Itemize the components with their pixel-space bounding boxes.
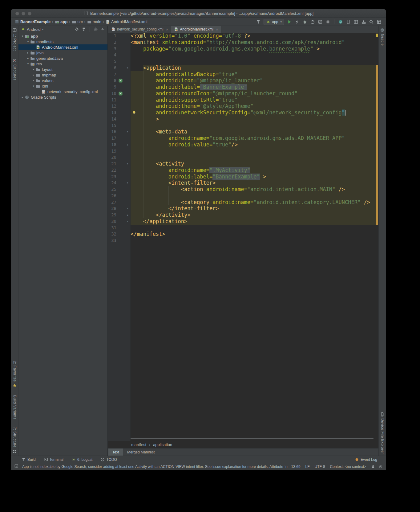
code-text[interactable]: </manifest> xyxy=(131,231,376,237)
tree-item-network-security-config-xml[interactable]: network_security_config.xml xyxy=(18,89,107,94)
stop-icon[interactable] xyxy=(325,19,330,24)
code-text[interactable]: package="com.google.android.gms.example.… xyxy=(131,46,376,52)
code-text[interactable]: android:networkSecurityConfig="@xml/netw… xyxy=(131,109,376,116)
launcher-icon[interactable] xyxy=(118,91,123,96)
toolwindow-button-1-project[interactable]: 1: Project xyxy=(12,28,17,51)
fold-end-icon[interactable]: ▴ xyxy=(124,141,131,148)
code-text[interactable]: <action android:name="android.intent.act… xyxy=(131,186,376,193)
tree-item-manifests[interactable]: ▾manifests xyxy=(18,39,107,44)
toolwindow-button-build[interactable]: Build xyxy=(22,457,36,462)
chevron-down-icon[interactable]: ▾ xyxy=(26,62,30,65)
launcher-icon[interactable] xyxy=(118,78,123,83)
breadcrumb-item-src[interactable]: src xyxy=(72,19,83,24)
toolwindow-button-captures[interactable]: Captures xyxy=(12,58,17,80)
code-text[interactable]: android:label="BannerExample" > xyxy=(131,174,376,180)
error-stripe[interactable] xyxy=(376,33,378,441)
line-separator[interactable]: LF xyxy=(305,465,310,469)
code-text[interactable]: </application> xyxy=(131,218,376,225)
settings-gear-icon[interactable] xyxy=(94,27,98,31)
bulb-icon[interactable] xyxy=(132,110,136,115)
toolwindow-button-build-variants[interactable]: Build Variants xyxy=(13,395,17,420)
inspection-status-marker[interactable] xyxy=(376,34,378,37)
fold-open-icon[interactable]: ▾ xyxy=(124,65,131,71)
fold-end-icon[interactable]: ▴ xyxy=(124,212,131,218)
code-text[interactable]: <intent-filter> xyxy=(131,180,376,186)
code-text[interactable] xyxy=(131,193,376,199)
indicator-icon[interactable] xyxy=(378,465,383,469)
fold-end-icon[interactable]: ▴ xyxy=(124,205,131,212)
code-text[interactable]: <category android:name="android.intent.c… xyxy=(131,199,376,206)
tree-item-xml[interactable]: ▾xml xyxy=(18,83,107,89)
code-text[interactable]: android:name="com.google.android.gms.ads… xyxy=(131,135,376,141)
avd-manager-icon[interactable] xyxy=(346,19,351,24)
locate-icon[interactable] xyxy=(75,27,79,31)
toolwindow-button-7-structure[interactable]: 7: Structure xyxy=(12,427,17,454)
tree-item-androidmanifest-xml[interactable]: AndroidManifest.xml xyxy=(18,44,107,50)
fold-end-icon[interactable]: ▴ xyxy=(124,218,131,225)
code-text[interactable]: android:label="BannerExample" xyxy=(131,84,376,90)
toolwindow-button-6-logcat[interactable]: 6: Logcat xyxy=(71,457,92,462)
search-icon[interactable] xyxy=(369,19,374,24)
launcher-icon[interactable] xyxy=(116,77,124,84)
tree-item-gradle-scripts[interactable]: ▸Gradle Scripts xyxy=(18,94,107,100)
chevron-right-icon[interactable]: ▸ xyxy=(31,73,36,76)
code-text[interactable]: </intent-filter> xyxy=(131,205,376,212)
hide-panel-icon[interactable] xyxy=(101,27,105,31)
close-window-button[interactable] xyxy=(15,12,19,15)
chevron-right-icon[interactable]: ▸ xyxy=(26,57,30,60)
caret-position[interactable]: 13:69 xyxy=(291,465,301,469)
toolwindow-grid-icon[interactable] xyxy=(14,464,18,468)
lock-icon[interactable] xyxy=(371,465,375,469)
project-view-selector[interactable]: Android ▾ xyxy=(27,27,43,32)
tree-item-res[interactable]: ▾res xyxy=(18,61,107,67)
code-text[interactable]: android:icon="@mipmap/ic_launcher" xyxy=(131,77,376,84)
toolwindow-button-device-file-explorer[interactable]: Device File Explorer xyxy=(380,412,385,454)
tree-item-app[interactable]: ▾app xyxy=(18,33,107,39)
chevron-right-icon[interactable]: ▸ xyxy=(20,96,25,99)
toolwindow-button-2-favorites[interactable]: 2: Favorites xyxy=(12,361,17,388)
view-tab-merged-manifest[interactable]: Merged Manifest xyxy=(123,449,159,456)
file-encoding[interactable]: UTF-8 xyxy=(315,465,325,469)
fold-open-icon[interactable]: ▾ xyxy=(124,180,131,186)
debug-icon[interactable] xyxy=(302,19,307,24)
fold-open-icon[interactable]: ▾ xyxy=(124,129,131,135)
gradle-sync-icon[interactable] xyxy=(338,19,343,24)
launcher-icon[interactable] xyxy=(116,90,124,97)
attach-profiler-icon[interactable] xyxy=(318,19,323,24)
tree-item-values[interactable]: ▸values xyxy=(18,78,107,83)
chevron-right-icon[interactable]: ▸ xyxy=(31,68,36,71)
tree-item-mipmap[interactable]: ▸mipmap xyxy=(18,72,107,78)
horizontal-scrollbar[interactable] xyxy=(131,437,376,440)
breadcrumb-item-androidmanifest-xml[interactable]: AndroidManifest.xml xyxy=(106,19,147,24)
fold-open-icon[interactable]: ▾ xyxy=(124,161,131,167)
code-text[interactable]: > xyxy=(131,116,376,122)
breadcrumb-item-bannerexample[interactable]: BannerExample xyxy=(15,19,50,24)
code-text[interactable] xyxy=(131,52,376,58)
hammer-icon[interactable] xyxy=(256,19,261,24)
xml-breadcrumb-application[interactable]: application xyxy=(153,442,172,447)
code-text[interactable]: android:theme="@style/AppTheme" xyxy=(131,103,376,109)
code-text[interactable] xyxy=(131,122,376,129)
code-text[interactable]: <manifest xmlns:android="http://schemas.… xyxy=(131,39,376,46)
editor-tab-androidmanifest-xml[interactable]: AndroidManifest.xml× xyxy=(171,26,221,33)
tree-item-java[interactable]: ▸java xyxy=(18,50,107,55)
code-text[interactable]: <meta-data xyxy=(131,129,376,135)
code-text[interactable]: android:roundIcon="@mipmap/ic_launcher_r… xyxy=(131,90,376,97)
code-text[interactable] xyxy=(131,58,376,65)
profile-icon[interactable] xyxy=(310,19,315,24)
close-tab-icon[interactable]: × xyxy=(216,27,218,32)
tree-item-generatedjava[interactable]: ▸generatedJava xyxy=(18,55,107,61)
code-text[interactable] xyxy=(131,154,376,161)
editor-tab-network-security-config-xml[interactable]: network_security_config.xml× xyxy=(108,26,171,33)
toolwindow-button-todo[interactable]: TODO xyxy=(100,457,117,462)
code-editor[interactable]: 1<?xml version="1.0" encoding="utf-8"?>2… xyxy=(108,33,378,441)
breadcrumb-item-app[interactable]: app xyxy=(55,19,67,24)
xml-breadcrumb-manifest[interactable]: manifest xyxy=(131,442,146,447)
close-tab-icon[interactable]: × xyxy=(166,27,168,32)
view-tab-text[interactable]: Text xyxy=(108,449,123,456)
code-text[interactable]: android:value="true"/> xyxy=(131,141,376,148)
chevron-right-icon[interactable]: ▸ xyxy=(26,51,30,54)
code-text[interactable]: <?xml version="1.0" encoding="utf-8"?> xyxy=(131,33,376,39)
sdk-manager-icon[interactable] xyxy=(361,19,366,24)
code-text[interactable]: <application xyxy=(131,65,376,71)
